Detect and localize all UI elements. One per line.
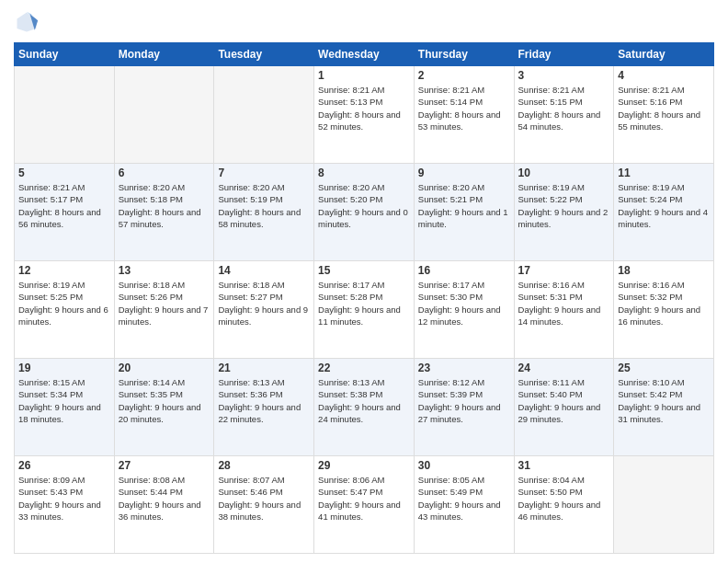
col-header-thursday: Thursday	[414, 43, 514, 66]
day-info: Sunrise: 8:09 AM Sunset: 5:43 PM Dayligh…	[18, 474, 110, 523]
day-info: Sunrise: 8:15 AM Sunset: 5:34 PM Dayligh…	[18, 376, 110, 425]
day-cell: 27Sunrise: 8:08 AM Sunset: 5:44 PM Dayli…	[114, 456, 214, 554]
day-cell: 19Sunrise: 8:15 AM Sunset: 5:34 PM Dayli…	[15, 359, 115, 456]
day-info: Sunrise: 8:06 AM Sunset: 5:47 PM Dayligh…	[318, 474, 410, 523]
day-info: Sunrise: 8:21 AM Sunset: 5:14 PM Dayligh…	[418, 84, 510, 132]
day-info: Sunrise: 8:08 AM Sunset: 5:44 PM Dayligh…	[119, 474, 210, 523]
day-cell: 9Sunrise: 8:20 AM Sunset: 5:21 PM Daylig…	[414, 164, 514, 261]
day-info: Sunrise: 8:11 AM Sunset: 5:40 PM Dayligh…	[518, 376, 610, 425]
day-info: Sunrise: 8:21 AM Sunset: 5:13 PM Dayligh…	[318, 84, 410, 132]
day-info: Sunrise: 8:21 AM Sunset: 5:17 PM Dayligh…	[18, 181, 110, 230]
day-number: 9	[418, 167, 510, 179]
day-info: Sunrise: 8:17 AM Sunset: 5:28 PM Dayligh…	[318, 279, 410, 327]
empty-cell	[114, 66, 214, 164]
day-info: Sunrise: 8:20 AM Sunset: 5:20 PM Dayligh…	[318, 181, 410, 230]
header	[14, 9, 714, 35]
day-number: 19	[18, 362, 110, 374]
day-number: 21	[218, 362, 310, 374]
day-number: 6	[119, 167, 210, 179]
day-info: Sunrise: 8:19 AM Sunset: 5:24 PM Dayligh…	[618, 181, 710, 230]
day-info: Sunrise: 8:12 AM Sunset: 5:39 PM Dayligh…	[418, 376, 510, 425]
col-header-tuesday: Tuesday	[214, 43, 314, 66]
col-header-monday: Monday	[114, 43, 214, 66]
day-cell: 28Sunrise: 8:07 AM Sunset: 5:46 PM Dayli…	[214, 456, 314, 554]
calendar-header-row: SundayMondayTuesdayWednesdayThursdayFrid…	[15, 43, 714, 66]
day-number: 16	[418, 264, 510, 277]
day-number: 12	[18, 264, 110, 277]
day-info: Sunrise: 8:18 AM Sunset: 5:27 PM Dayligh…	[218, 279, 310, 327]
day-cell: 17Sunrise: 8:16 AM Sunset: 5:31 PM Dayli…	[514, 261, 614, 359]
day-cell: 8Sunrise: 8:20 AM Sunset: 5:20 PM Daylig…	[314, 164, 415, 261]
empty-cell	[15, 66, 115, 164]
day-info: Sunrise: 8:20 AM Sunset: 5:21 PM Dayligh…	[418, 181, 510, 230]
day-number: 27	[119, 459, 210, 472]
page: SundayMondayTuesdayWednesdayThursdayFrid…	[0, 0, 728, 563]
day-number: 13	[119, 264, 210, 277]
day-number: 31	[518, 459, 610, 472]
empty-cell	[214, 66, 314, 164]
day-number: 2	[418, 69, 510, 82]
day-number: 28	[218, 459, 310, 472]
day-number: 20	[119, 362, 210, 374]
day-cell: 29Sunrise: 8:06 AM Sunset: 5:47 PM Dayli…	[314, 456, 415, 554]
day-info: Sunrise: 8:10 AM Sunset: 5:42 PM Dayligh…	[618, 376, 710, 425]
day-cell: 26Sunrise: 8:09 AM Sunset: 5:43 PM Dayli…	[15, 456, 115, 554]
day-info: Sunrise: 8:16 AM Sunset: 5:31 PM Dayligh…	[518, 279, 610, 327]
day-cell: 6Sunrise: 8:20 AM Sunset: 5:18 PM Daylig…	[114, 164, 214, 261]
logo-icon	[14, 9, 40, 35]
day-info: Sunrise: 8:19 AM Sunset: 5:25 PM Dayligh…	[18, 279, 110, 327]
day-number: 5	[18, 167, 110, 179]
day-info: Sunrise: 8:21 AM Sunset: 5:15 PM Dayligh…	[518, 84, 610, 132]
day-cell: 21Sunrise: 8:13 AM Sunset: 5:36 PM Dayli…	[214, 359, 314, 456]
day-info: Sunrise: 8:18 AM Sunset: 5:26 PM Dayligh…	[119, 279, 210, 327]
day-cell: 2Sunrise: 8:21 AM Sunset: 5:14 PM Daylig…	[414, 66, 514, 164]
day-number: 29	[318, 459, 410, 472]
day-number: 11	[618, 167, 710, 179]
day-info: Sunrise: 8:05 AM Sunset: 5:49 PM Dayligh…	[418, 474, 510, 523]
day-info: Sunrise: 8:13 AM Sunset: 5:38 PM Dayligh…	[318, 376, 410, 425]
day-cell: 3Sunrise: 8:21 AM Sunset: 5:15 PM Daylig…	[514, 66, 614, 164]
day-cell: 14Sunrise: 8:18 AM Sunset: 5:27 PM Dayli…	[214, 261, 314, 359]
day-number: 17	[518, 264, 610, 277]
day-cell: 13Sunrise: 8:18 AM Sunset: 5:26 PM Dayli…	[114, 261, 214, 359]
day-number: 26	[18, 459, 110, 472]
day-cell: 5Sunrise: 8:21 AM Sunset: 5:17 PM Daylig…	[15, 164, 115, 261]
day-cell: 7Sunrise: 8:20 AM Sunset: 5:19 PM Daylig…	[214, 164, 314, 261]
day-number: 23	[418, 362, 510, 374]
day-cell: 24Sunrise: 8:11 AM Sunset: 5:40 PM Dayli…	[514, 359, 614, 456]
day-info: Sunrise: 8:20 AM Sunset: 5:18 PM Dayligh…	[119, 181, 210, 230]
day-cell: 4Sunrise: 8:21 AM Sunset: 5:16 PM Daylig…	[614, 66, 714, 164]
day-cell: 10Sunrise: 8:19 AM Sunset: 5:22 PM Dayli…	[514, 164, 614, 261]
day-number: 7	[218, 167, 310, 179]
calendar-week-row: 5Sunrise: 8:21 AM Sunset: 5:17 PM Daylig…	[15, 164, 714, 261]
day-number: 24	[518, 362, 610, 374]
day-cell: 20Sunrise: 8:14 AM Sunset: 5:35 PM Dayli…	[114, 359, 214, 456]
day-cell: 18Sunrise: 8:16 AM Sunset: 5:32 PM Dayli…	[614, 261, 714, 359]
day-info: Sunrise: 8:04 AM Sunset: 5:50 PM Dayligh…	[518, 474, 610, 523]
day-number: 18	[618, 264, 710, 277]
day-info: Sunrise: 8:20 AM Sunset: 5:19 PM Dayligh…	[218, 181, 310, 230]
day-cell: 23Sunrise: 8:12 AM Sunset: 5:39 PM Dayli…	[414, 359, 514, 456]
day-cell: 15Sunrise: 8:17 AM Sunset: 5:28 PM Dayli…	[314, 261, 415, 359]
day-number: 25	[618, 362, 710, 374]
calendar-week-row: 12Sunrise: 8:19 AM Sunset: 5:25 PM Dayli…	[15, 261, 714, 359]
day-info: Sunrise: 8:16 AM Sunset: 5:32 PM Dayligh…	[618, 279, 710, 327]
day-info: Sunrise: 8:19 AM Sunset: 5:22 PM Dayligh…	[518, 181, 610, 230]
day-info: Sunrise: 8:21 AM Sunset: 5:16 PM Dayligh…	[618, 84, 710, 132]
day-info: Sunrise: 8:14 AM Sunset: 5:35 PM Dayligh…	[119, 376, 210, 425]
day-cell: 31Sunrise: 8:04 AM Sunset: 5:50 PM Dayli…	[514, 456, 614, 554]
col-header-sunday: Sunday	[15, 43, 115, 66]
day-info: Sunrise: 8:13 AM Sunset: 5:36 PM Dayligh…	[218, 376, 310, 425]
day-cell: 16Sunrise: 8:17 AM Sunset: 5:30 PM Dayli…	[414, 261, 514, 359]
day-number: 15	[318, 264, 410, 277]
col-header-saturday: Saturday	[614, 43, 714, 66]
day-number: 4	[618, 69, 710, 82]
calendar-table: SundayMondayTuesdayWednesdayThursdayFrid…	[14, 42, 714, 554]
day-cell: 30Sunrise: 8:05 AM Sunset: 5:49 PM Dayli…	[414, 456, 514, 554]
calendar-week-row: 1Sunrise: 8:21 AM Sunset: 5:13 PM Daylig…	[15, 66, 714, 164]
day-number: 22	[318, 362, 410, 374]
logo	[14, 9, 43, 35]
calendar-week-row: 26Sunrise: 8:09 AM Sunset: 5:43 PM Dayli…	[15, 456, 714, 554]
day-number: 10	[518, 167, 610, 179]
day-number: 14	[218, 264, 310, 277]
